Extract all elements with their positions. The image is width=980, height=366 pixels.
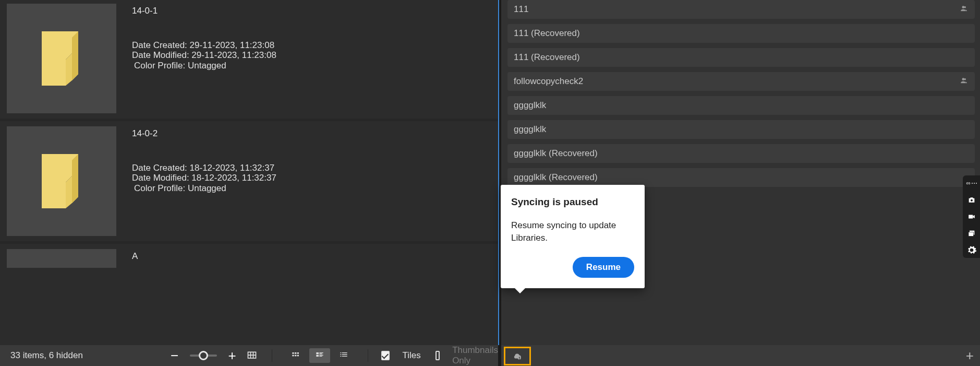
file-row[interactable]: A: [0, 244, 498, 268]
file-meta: 14-0-2 Date Created: 18-12-2023, 11:32:3…: [132, 121, 276, 241]
library-name: 111 (Recovered): [514, 28, 580, 39]
svg-rect-13: [295, 355, 296, 357]
file-modified: Date Modified: 18-12-2023, 11:32:37: [132, 173, 276, 183]
file-row[interactable]: 14-0-1 Date Created: 29-11-2023, 11:23:0…: [0, 0, 498, 121]
svg-rect-21: [340, 352, 341, 353]
folder-icon: [35, 145, 88, 218]
library-item[interactable]: 111 (Recovered): [507, 48, 975, 67]
add-library-button[interactable]: +: [966, 348, 974, 364]
svg-rect-4: [969, 232, 973, 236]
libraries-panel: 111111 (Recovered)111 (Recovered)followc…: [501, 0, 980, 345]
side-toolbar: ⋯: [963, 175, 980, 258]
library-name: 111: [514, 4, 528, 15]
svg-rect-29: [519, 359, 520, 360]
popup-body: Resume syncing to update Libraries.: [511, 219, 634, 244]
library-item[interactable]: gggglklk: [507, 96, 975, 115]
item-count-status: 33 items, 6 hidden: [10, 350, 83, 361]
thumbnails-only-label: Thumbnails Only: [452, 345, 498, 366]
file-row[interactable]: 14-0-2 Date Created: 18-12-2023, 11:32:3…: [0, 121, 498, 244]
library-name: gggglklk (Recovered): [514, 148, 598, 159]
list-view-button[interactable]: [333, 348, 354, 363]
library-name: 111 (Recovered): [514, 52, 580, 63]
zoom-in-button[interactable]: +: [228, 348, 236, 364]
folder-thumbnail[interactable]: [7, 4, 116, 113]
library-name: followcopycheck2: [514, 76, 583, 87]
files-panel: 14-0-1 Date Created: 29-11-2023, 11:23:0…: [0, 0, 498, 345]
svg-rect-16: [319, 352, 323, 353]
library-item[interactable]: followcopycheck2: [507, 72, 975, 91]
stack-icon[interactable]: [966, 229, 977, 238]
svg-rect-26: [342, 356, 347, 357]
right-status-bar: +: [501, 345, 980, 366]
svg-rect-14: [297, 355, 299, 357]
tiles-checkbox[interactable]: [381, 351, 390, 360]
svg-rect-20: [319, 356, 322, 357]
camera-icon[interactable]: [966, 195, 977, 205]
resume-button[interactable]: Resume: [573, 257, 634, 278]
left-status-bar: 33 items, 6 hidden − + Tiles Thumbnails …: [0, 345, 498, 366]
popup-title: Syncing is paused: [511, 196, 634, 208]
link-icon[interactable]: ⋯: [966, 179, 977, 188]
svg-rect-17: [319, 353, 322, 354]
thumbnails-only-checkbox[interactable]: [435, 351, 440, 360]
zoom-slider[interactable]: [190, 355, 216, 357]
library-name: gggglklk (Recovered): [514, 172, 598, 183]
svg-rect-18: [316, 355, 319, 357]
svg-rect-2: [969, 215, 973, 219]
file-modified: Date Modified: 29-11-2023, 11:23:08: [132, 50, 276, 61]
library-item[interactable]: 111: [507, 0, 975, 19]
file-name: 14-0-2: [132, 128, 276, 139]
svg-rect-10: [295, 352, 296, 354]
file-color-profile: Color Profile: Untagged: [132, 183, 276, 194]
tile-view-button[interactable]: [309, 348, 330, 363]
shared-icon: [959, 77, 969, 86]
grid-lock-icon[interactable]: [246, 350, 258, 361]
svg-rect-19: [319, 355, 323, 356]
svg-rect-25: [340, 356, 341, 357]
file-color-profile: Color Profile: Untagged: [132, 61, 276, 71]
tiles-label: Tiles: [402, 350, 420, 361]
svg-rect-22: [342, 352, 347, 353]
file-meta: 14-0-1 Date Created: 29-11-2023, 11:23:0…: [132, 0, 276, 119]
library-item[interactable]: 111 (Recovered): [507, 24, 975, 43]
sync-popup: Syncing is paused Resume syncing to upda…: [501, 185, 645, 288]
file-created: Date Created: 29-11-2023, 11:23:08: [132, 40, 276, 51]
svg-rect-15: [316, 352, 319, 354]
folder-icon: [35, 22, 88, 95]
library-item[interactable]: gggglklk: [507, 120, 975, 139]
video-icon[interactable]: [966, 212, 977, 221]
folder-thumbnail[interactable]: [7, 126, 116, 236]
grid-view-button[interactable]: [285, 348, 306, 363]
svg-rect-12: [292, 355, 294, 357]
view-mode-group: [285, 348, 354, 363]
svg-rect-0: [967, 183, 969, 184]
svg-point-1: [971, 199, 973, 202]
slider-thumb[interactable]: [199, 351, 208, 360]
svg-rect-23: [340, 354, 341, 355]
svg-rect-28: [519, 357, 520, 359]
file-name: A: [132, 244, 138, 268]
library-item[interactable]: gggglklk (Recovered): [507, 168, 975, 187]
zoom-out-button[interactable]: −: [171, 348, 178, 364]
library-name: gggglklk: [514, 100, 546, 111]
library-name: gggglklk: [514, 124, 546, 135]
file-created: Date Created: 18-12-2023, 11:32:37: [132, 163, 276, 173]
gear-icon[interactable]: [966, 245, 977, 255]
svg-rect-9: [292, 352, 294, 354]
folder-thumbnail[interactable]: [7, 249, 116, 268]
svg-rect-11: [297, 352, 299, 354]
file-name: 14-0-1: [132, 6, 276, 16]
shared-icon: [959, 5, 969, 14]
svg-rect-24: [342, 354, 347, 355]
cloud-sync-button[interactable]: [504, 347, 531, 365]
library-item[interactable]: gggglklk (Recovered): [507, 144, 975, 163]
